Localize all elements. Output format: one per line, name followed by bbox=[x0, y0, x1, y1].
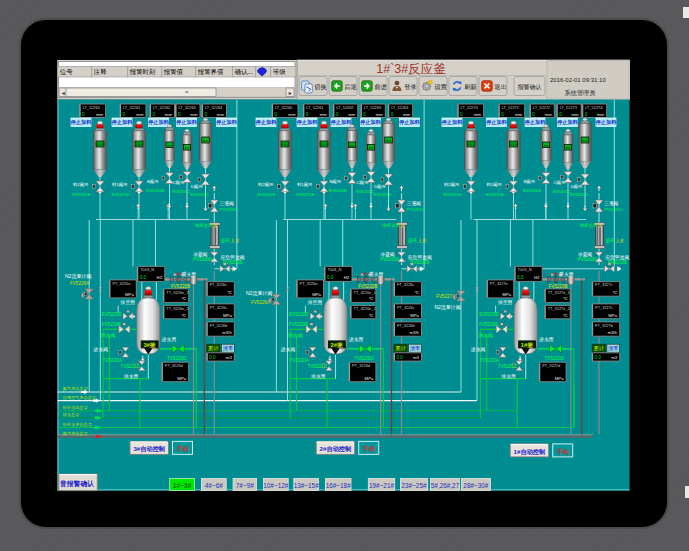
svg-text:PV5203A: PV5203A bbox=[380, 257, 400, 262]
svg-text:TV5220A: TV5220A bbox=[480, 358, 500, 363]
svg-text:℃: ℃ bbox=[563, 313, 568, 318]
svg-text:清零: 清零 bbox=[608, 345, 618, 352]
svg-text:0.0: 0.0 bbox=[327, 275, 334, 280]
svg-text:PT_3226c: PT_3226c bbox=[397, 305, 415, 310]
svg-text:19#~21#: 19#~21# bbox=[369, 482, 395, 489]
svg-text:累计: 累计 bbox=[395, 345, 406, 351]
svg-text:LT_52261: LT_52261 bbox=[306, 105, 323, 110]
svg-text:888: 888 bbox=[96, 142, 105, 147]
svg-text:888: 888 bbox=[281, 142, 290, 147]
svg-text:清零: 清零 bbox=[223, 345, 233, 352]
svg-text:手动: 手动 bbox=[557, 448, 569, 456]
svg-text:◄: ◄ bbox=[61, 90, 66, 96]
svg-text:0: 0 bbox=[82, 112, 85, 117]
svg-text:10#~12#: 10#~12# bbox=[263, 482, 289, 489]
svg-text:℃: ℃ bbox=[369, 296, 374, 301]
svg-text:TV5220C: TV5220C bbox=[308, 364, 328, 369]
svg-text:清零: 清零 bbox=[410, 345, 420, 352]
svg-text:PV5205C: PV5205C bbox=[407, 207, 425, 212]
svg-text:PV5202B: PV5202B bbox=[223, 260, 242, 265]
svg-text:EV5271E: EV5271E bbox=[112, 192, 130, 197]
svg-text:压缩空气来自总管: 压缩空气来自总管 bbox=[63, 395, 97, 400]
svg-text:16#~18#: 16#~18# bbox=[326, 482, 352, 489]
svg-text:888: 888 bbox=[509, 142, 518, 147]
svg-text:LT_52262: LT_52262 bbox=[336, 105, 353, 110]
svg-text:停止加料: 停止加料 bbox=[556, 119, 579, 126]
svg-text:排空用: 排空用 bbox=[120, 299, 136, 306]
svg-text:停止加料: 停止加料 bbox=[441, 119, 464, 126]
svg-text:℃: ℃ bbox=[414, 290, 419, 295]
svg-text:mm: mm bbox=[288, 112, 296, 117]
svg-text:FT_3226b: FT_3226b bbox=[210, 323, 228, 328]
svg-text:报警值: 报警值 bbox=[163, 68, 184, 76]
svg-text:88: 88 bbox=[582, 138, 588, 143]
svg-text:2#釜: 2#釜 bbox=[331, 342, 343, 348]
svg-text:FV5220E: FV5220E bbox=[102, 322, 121, 327]
svg-text:EV5220D: EV5220D bbox=[102, 312, 122, 317]
svg-text:停止加料: 停止加料 bbox=[485, 119, 508, 126]
svg-text:EV5201D: EV5201D bbox=[570, 192, 588, 197]
svg-text:EV5220D: EV5220D bbox=[289, 312, 309, 317]
svg-text:蒸汽来自总管: 蒸汽来自总管 bbox=[63, 431, 89, 436]
svg-text:TT_3226e_1: TT_3226e_1 bbox=[354, 290, 376, 295]
svg-text:88: 88 bbox=[543, 144, 549, 148]
svg-text:888: 888 bbox=[135, 142, 144, 147]
svg-text:T003_N: T003_N bbox=[327, 267, 341, 272]
svg-text:FV5220E: FV5220E bbox=[289, 322, 308, 327]
svg-text:停止加料: 停止加料 bbox=[524, 119, 547, 126]
svg-text:EV5201B: EV5201B bbox=[147, 188, 165, 193]
svg-text:m3/h: m3/h bbox=[409, 330, 419, 335]
svg-text:循环水来自总管: 循环水来自总管 bbox=[63, 422, 93, 427]
svg-text:0.0: 0.0 bbox=[517, 275, 524, 280]
svg-text:℃: ℃ bbox=[369, 313, 374, 318]
svg-text:PT_3226d: PT_3226d bbox=[352, 363, 370, 368]
svg-text:重火用: 重火用 bbox=[559, 271, 574, 278]
svg-text:TT_3226e_2: TT_3226e_2 bbox=[354, 306, 376, 311]
svg-text:水: 水 bbox=[598, 223, 603, 228]
svg-text:m3: m3 bbox=[611, 355, 618, 360]
svg-text:mm: mm bbox=[348, 112, 356, 117]
svg-text:重火用: 重火用 bbox=[182, 271, 197, 278]
svg-text:88: 88 bbox=[203, 138, 209, 143]
svg-text:LT_52263: LT_52263 bbox=[364, 105, 381, 110]
svg-text:N2流量计阀: N2流量计阀 bbox=[434, 304, 460, 311]
svg-text:确认...: 确认... bbox=[235, 68, 253, 76]
svg-text:FT_3227b: FT_3227b bbox=[595, 323, 613, 328]
svg-text:PT_3227e: PT_3227e bbox=[490, 281, 508, 286]
svg-text:0: 0 bbox=[585, 112, 588, 117]
svg-text:FV5220B: FV5220B bbox=[358, 284, 377, 289]
svg-text:0: 0 bbox=[336, 112, 339, 117]
svg-text:N2流量计阀: N2流量计阀 bbox=[65, 273, 91, 280]
svg-text:三通阀: 三通阀 bbox=[220, 200, 234, 207]
svg-text:TV5220C: TV5220C bbox=[498, 364, 518, 369]
svg-text:FV5220E: FV5220E bbox=[479, 322, 498, 327]
svg-text:水: 水 bbox=[401, 223, 406, 228]
svg-text:等级: 等级 bbox=[273, 68, 286, 75]
svg-text:0: 0 bbox=[460, 112, 463, 117]
svg-text:EV5271E: EV5271E bbox=[297, 192, 315, 197]
svg-text:4#~6#: 4#~6# bbox=[205, 482, 223, 489]
svg-text:LT_52271: LT_52271 bbox=[502, 105, 519, 110]
svg-text:TV5220A: TV5220A bbox=[290, 358, 310, 363]
svg-text:0: 0 bbox=[123, 112, 126, 117]
svg-text:MPa: MPa bbox=[555, 376, 564, 381]
svg-text:MPa: MPa bbox=[177, 376, 186, 381]
svg-text:m3: m3 bbox=[413, 355, 420, 360]
svg-text:EV5201E: EV5201E bbox=[258, 192, 276, 197]
svg-text:水: 水 bbox=[213, 223, 218, 228]
svg-text:MPa: MPa bbox=[365, 376, 374, 381]
svg-text:888: 888 bbox=[467, 142, 476, 147]
svg-text:后退: 后退 bbox=[344, 83, 356, 91]
svg-text:EV5201D: EV5201D bbox=[191, 192, 209, 197]
svg-text:m3/h: m3/h bbox=[608, 330, 618, 335]
svg-text:停止加料: 停止加料 bbox=[175, 119, 198, 126]
svg-text:登录: 登录 bbox=[404, 83, 416, 91]
svg-text:EV5220D: EV5220D bbox=[479, 312, 499, 317]
svg-text:FT_3227c: FT_3227c bbox=[595, 282, 613, 287]
svg-text:88: 88 bbox=[167, 144, 173, 148]
svg-text:mm: mm bbox=[165, 112, 173, 117]
svg-text:mm: mm bbox=[96, 112, 104, 117]
svg-text:0.0: 0.0 bbox=[595, 355, 602, 360]
svg-text:mm: mm bbox=[474, 112, 482, 117]
svg-text:停止加料: 停止加料 bbox=[296, 119, 319, 126]
